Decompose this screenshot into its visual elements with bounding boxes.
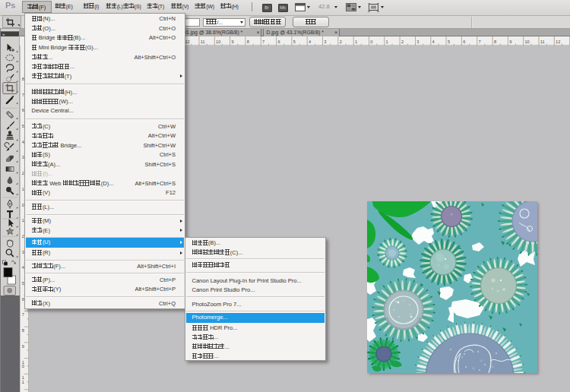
- svg-text:5: 5: [448, 39, 450, 43]
- svg-text:2: 2: [21, 171, 24, 175]
- svg-text:5: 5: [21, 281, 24, 286]
- svg-text:8: 8: [494, 39, 496, 43]
- svg-text:7: 7: [21, 93, 24, 97]
- svg-text:5: 5: [293, 39, 296, 43]
- svg-text:4: 4: [21, 265, 24, 270]
- svg-text:1: 1: [21, 380, 24, 384]
- svg-text:9: 9: [509, 39, 511, 43]
- svg-text:6: 6: [21, 297, 24, 302]
- svg-text:0: 0: [21, 364, 24, 368]
- svg-text:7: 7: [21, 312, 24, 317]
- svg-text:12: 12: [185, 39, 190, 43]
- svg-text:9: 9: [231, 39, 233, 43]
- svg-text:1: 1: [355, 39, 357, 43]
- svg-text:1: 1: [386, 39, 388, 43]
- svg-text:3: 3: [416, 39, 419, 43]
- svg-text:3: 3: [324, 39, 326, 43]
- svg-text:1: 1: [21, 218, 24, 223]
- svg-text:10: 10: [525, 39, 530, 43]
- svg-text:2: 2: [401, 39, 404, 43]
- svg-text:12: 12: [556, 39, 560, 43]
- svg-text:7: 7: [479, 39, 481, 43]
- svg-text:2: 2: [340, 39, 342, 43]
- svg-text:2: 2: [21, 234, 24, 239]
- svg-text:8: 8: [21, 77, 24, 81]
- svg-text:8: 8: [21, 328, 24, 333]
- svg-text:8: 8: [247, 39, 249, 43]
- svg-text:1: 1: [21, 187, 24, 191]
- svg-text:11: 11: [201, 39, 205, 43]
- svg-text:0: 0: [21, 203, 24, 207]
- svg-text:5: 5: [21, 124, 24, 128]
- svg-text:7: 7: [262, 39, 264, 43]
- svg-text:10: 10: [216, 39, 220, 43]
- svg-text:3: 3: [21, 250, 24, 254]
- svg-text:6: 6: [463, 39, 465, 43]
- svg-text:11: 11: [540, 39, 545, 43]
- svg-text:4: 4: [309, 39, 311, 43]
- svg-text:3: 3: [21, 155, 24, 160]
- svg-text:0: 0: [370, 39, 372, 43]
- svg-text:6: 6: [277, 39, 280, 43]
- svg-text:4: 4: [432, 39, 435, 43]
- svg-text:4: 4: [21, 140, 24, 144]
- svg-text:9: 9: [21, 344, 24, 349]
- svg-text:6: 6: [21, 108, 24, 112]
